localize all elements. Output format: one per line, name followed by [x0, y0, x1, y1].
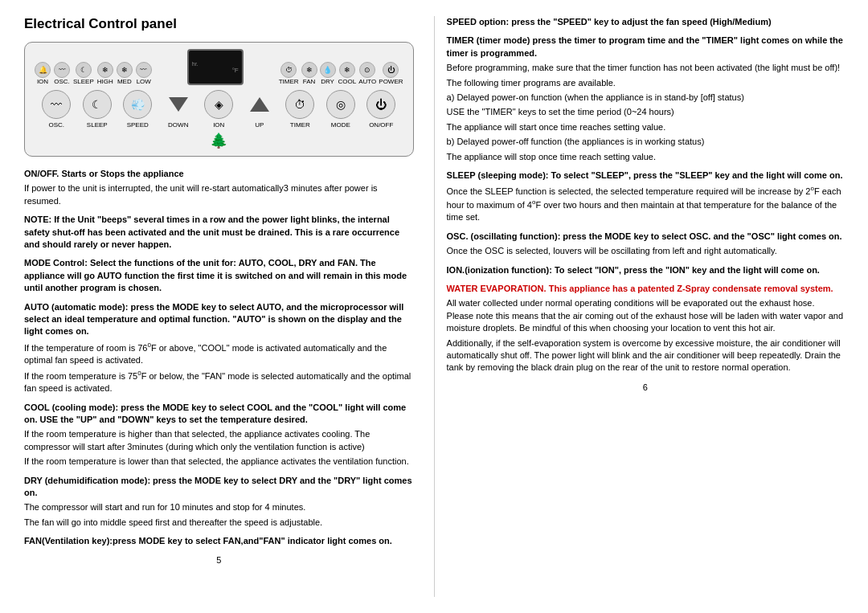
column-divider — [434, 16, 435, 597]
right-page-number: 6 — [447, 382, 844, 392]
med-icon: ❄ — [117, 62, 133, 78]
auto-text2: If the room temperature is 750F or below… — [24, 369, 414, 394]
section-water-evap: WATER EVAPORATION. This appliance has a … — [447, 283, 844, 374]
low-icon: 〰 — [136, 62, 152, 78]
timer-text4: USE the "TIMER" keys to set the time per… — [447, 106, 844, 118]
auto-top-icon: ⊙ — [359, 62, 375, 78]
hr-label: hr. — [189, 61, 242, 67]
temp-label: °F — [189, 67, 242, 74]
dry-text2: The fan will go into middle speed first … — [24, 517, 414, 529]
section-cool: COOL (cooling mode): press the MODE key … — [24, 402, 414, 468]
timer-top-icon: ⏱ — [280, 62, 297, 78]
section-auto: AUTO (automatic mode): press the MODE ke… — [24, 301, 414, 395]
section-dry: DRY (dehumidification mode): press the M… — [24, 475, 414, 529]
btn-down[interactable]: DOWN — [164, 90, 193, 129]
power-top-label: POWER — [379, 78, 403, 85]
cool-top-icon: ❄ — [339, 62, 355, 78]
dry-bold: DRY (dehumidification mode): press the M… — [24, 475, 414, 500]
section-note: NOTE: If the Unit "beeps" several times … — [24, 214, 414, 251]
sleep-bottom-label: SLEEP — [87, 121, 108, 129]
btn-sleep[interactable]: ☾ SLEEP — [73, 62, 94, 85]
water-evap-text1: All water collected under normal operati… — [447, 297, 844, 334]
btn-up[interactable]: UP — [245, 90, 274, 129]
up-triangle-icon — [250, 97, 269, 112]
note-text: NOTE: If the Unit "beeps" several times … — [24, 214, 414, 251]
cool-text2: If the room temperature is lower than th… — [24, 456, 414, 468]
cool-top-label: COOL — [338, 78, 357, 85]
timer-text1: Before programming, make sure that the t… — [447, 62, 844, 74]
btn-osc[interactable]: 〰 OSC. — [54, 62, 70, 85]
section-osc: OSC. (oscillating function): press the M… — [447, 231, 844, 258]
high-icon: ❄ — [97, 62, 113, 78]
display-screen: hr. °F — [187, 49, 244, 85]
osc-text1: Once the OSC is selected, louvers will b… — [447, 245, 844, 257]
top-buttons-row: 🔔 ION 〰 OSC. ☾ SLEEP ❄ HIGH — [31, 49, 407, 85]
down-label: DOWN — [168, 121, 188, 129]
osc-bottom-icon: 〰 — [42, 90, 71, 119]
top-buttons-left: 🔔 ION 〰 OSC. ☾ SLEEP ❄ HIGH — [35, 62, 152, 85]
btn-onoff[interactable]: ⏻ ON/OFF — [366, 90, 395, 129]
low-label: LOW — [137, 78, 151, 85]
section-fan: FAN(Ventilation key):press MODE key to s… — [24, 535, 414, 547]
btn-speed-bottom[interactable]: 💨 SPEED — [123, 90, 152, 129]
cool-text1: If the room temperature is higher than t… — [24, 428, 414, 453]
osc-bold: OSC. (oscillating function): press the M… — [447, 231, 844, 243]
sleep-text1: Once the SLEEP function is selected, the… — [447, 184, 844, 223]
section-sleep: SLEEP (sleeping mode): To select "SLEEP"… — [447, 170, 844, 224]
bottom-buttons-row: 〰 OSC. ☾ SLEEP 💨 SPEED DOWN — [31, 90, 407, 129]
ion-icon: 🔔 — [35, 62, 51, 78]
btn-mode[interactable]: ◎ MODE — [326, 90, 355, 129]
timer-text6: b) Delayed power-off function (the appli… — [447, 136, 844, 148]
speed-bold: SPEED option: press the "SPEED" key to a… — [447, 16, 844, 28]
sleep-bold: SLEEP (sleeping mode): To select "SLEEP"… — [447, 170, 844, 182]
auto-top-label: AUTO — [358, 78, 376, 85]
fan-top-label: FAN — [303, 78, 316, 85]
speed-bottom-label: SPEED — [127, 121, 149, 129]
btn-timer-top[interactable]: ⏱ TIMER — [279, 62, 299, 85]
btn-ion-bottom[interactable]: ◈ ION — [204, 90, 233, 129]
top-buttons-right: ⏱ TIMER ❄ FAN 💧 DRY ❄ COOL — [279, 62, 403, 85]
btn-low[interactable]: 〰 LOW — [136, 62, 152, 85]
section-ion: ION.(ionization function): To select "IO… — [447, 264, 844, 276]
sleep-icon: ☾ — [76, 62, 92, 78]
up-label: UP — [255, 121, 264, 129]
dry-top-icon: 💧 — [320, 62, 336, 78]
timer-top-label: TIMER — [279, 78, 299, 85]
section-mode-control: MODE Control: Select the functions of th… — [24, 257, 414, 294]
btn-high[interactable]: ❄ HIGH — [97, 62, 113, 85]
up-triangle-container — [245, 90, 274, 119]
ion-bottom-icon: ◈ — [204, 90, 233, 119]
timer-bottom-icon: ⏱ — [285, 90, 314, 119]
fan-bold: FAN(Ventilation key):press MODE key to s… — [24, 535, 414, 547]
speed-bottom-icon: 💨 — [123, 90, 152, 119]
mode-label: MODE — [331, 121, 350, 129]
timer-bold: TIMER (timer mode) press the timer to pr… — [447, 35, 844, 59]
fan-top-icon: ❄ — [301, 62, 317, 78]
down-triangle-icon — [169, 97, 188, 112]
down-triangle-container — [164, 90, 193, 119]
dry-text1: The compressor will start and run for 10… — [24, 501, 414, 513]
btn-fan-top[interactable]: ❄ FAN — [301, 62, 317, 85]
btn-auto-top[interactable]: ⊙ AUTO — [358, 62, 376, 85]
auto-bold: AUTO (automatic mode): press the MODE ke… — [24, 301, 414, 338]
btn-dry-top[interactable]: 💧 DRY — [320, 62, 336, 85]
btn-cool-top[interactable]: ❄ COOL — [338, 62, 357, 85]
btn-timer-bottom[interactable]: ⏱ TIMER — [285, 90, 314, 129]
ion-label: ION — [37, 78, 48, 85]
sleep-bottom-icon: ☾ — [83, 90, 112, 119]
auto-text1: If the temperature of room is 760F or ab… — [24, 341, 414, 366]
btn-sleep-bottom[interactable]: ☾ SLEEP — [83, 90, 112, 129]
high-label: HIGH — [97, 78, 113, 85]
btn-power-top[interactable]: ⏻ POWER — [379, 62, 403, 85]
ion-bold: ION.(ionization function): To select "IO… — [447, 264, 844, 276]
timer-text2: The following timer programs are availab… — [447, 77, 844, 89]
btn-med[interactable]: ❄ MED — [117, 62, 133, 85]
btn-ion[interactable]: 🔔 ION — [35, 62, 51, 85]
timer-bottom-label: TIMER — [290, 121, 310, 129]
on-off-bold: ON/OFF. Starts or Stops the appliance — [24, 169, 184, 178]
timer-text5: The appliance will start once time reach… — [447, 121, 844, 133]
right-column: SPEED option: press the "SPEED" key to a… — [439, 16, 844, 597]
onoff-icon: ⏻ — [366, 90, 395, 119]
btn-osc-bottom[interactable]: 〰 OSC. — [42, 90, 71, 129]
on-off-text: If power to the unit is interrupted, the… — [24, 182, 414, 207]
